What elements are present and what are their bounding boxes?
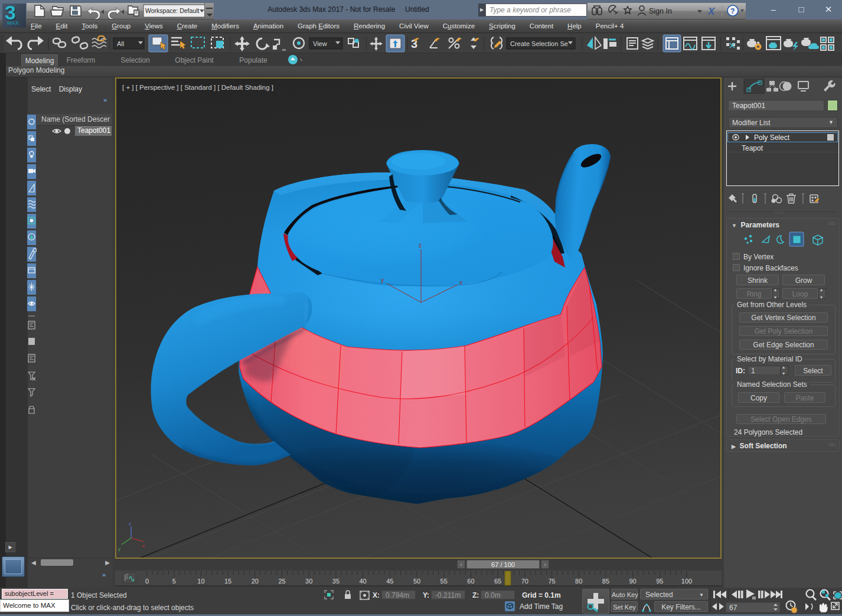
svg-text:40: 40 <box>359 578 366 585</box>
svg-text:All: All <box>117 40 124 47</box>
svg-text:y: y <box>118 546 120 552</box>
svg-text:x: x <box>142 543 145 549</box>
svg-text:70: 70 <box>521 578 528 585</box>
svg-text:65: 65 <box>494 578 501 585</box>
svg-text:Workspace: Default: Workspace: Default <box>145 7 200 14</box>
svg-text:35: 35 <box>332 578 340 585</box>
svg-text:z: z <box>129 521 131 526</box>
svg-text:85: 85 <box>602 578 609 585</box>
svg-text:80: 80 <box>575 578 582 585</box>
svg-text:X: X <box>707 6 716 17</box>
svg-text:y: y <box>381 277 384 283</box>
svg-text:90: 90 <box>629 578 636 585</box>
svg-text:95: 95 <box>656 578 663 585</box>
svg-text:z: z <box>419 242 422 249</box>
svg-text:45: 45 <box>386 578 393 585</box>
svg-text:?: ? <box>730 7 735 15</box>
svg-text:25: 25 <box>278 578 285 585</box>
svg-text:5: 5 <box>172 578 176 585</box>
svg-text:[ + ] [ Perspective ] [ Standa: [ + ] [ Perspective ] [ Standard ] [ Def… <box>122 84 273 91</box>
svg-text:15: 15 <box>224 578 231 585</box>
svg-text:50: 50 <box>413 578 420 585</box>
svg-text:10: 10 <box>197 578 204 585</box>
svg-text:View: View <box>313 40 327 47</box>
svg-text:Sign In: Sign In <box>649 7 672 15</box>
svg-text:100: 100 <box>681 578 692 585</box>
svg-text:75: 75 <box>548 578 555 585</box>
svg-text:x: x <box>459 279 462 286</box>
svg-text:20: 20 <box>252 578 259 585</box>
svg-text:55: 55 <box>440 578 448 585</box>
svg-text:67: 67 <box>729 604 737 612</box>
svg-text:Create Selection Se: Create Selection Se <box>510 40 568 47</box>
svg-text:0: 0 <box>145 578 149 585</box>
svg-text:30: 30 <box>305 578 312 585</box>
svg-text:60: 60 <box>467 578 474 585</box>
